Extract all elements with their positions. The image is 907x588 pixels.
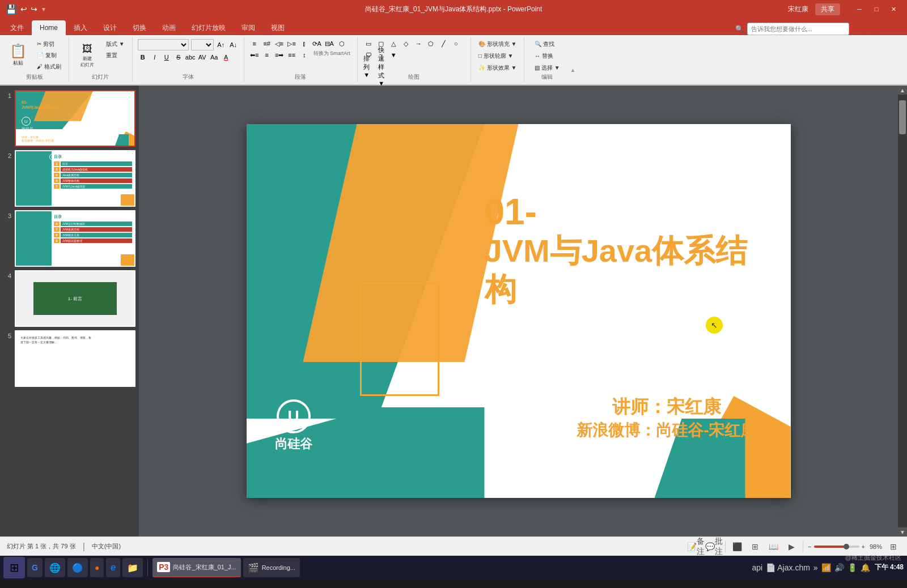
align-right-btn[interactable]: ≡➡ (274, 50, 285, 60)
text-direction-btn[interactable]: ⟳A (311, 39, 323, 49)
zoom-track[interactable] (814, 546, 859, 548)
slideshow-btn[interactable]: ▶ (785, 540, 798, 553)
replace-btn[interactable]: ↔ 替换 (532, 50, 556, 61)
diamond-shape[interactable]: ◇ (400, 39, 412, 49)
strikethrough-button[interactable]: S (173, 52, 184, 62)
shape-outline-btn[interactable]: □ 形状轮廓 ▼ (476, 50, 516, 61)
tray-expand[interactable]: » (813, 563, 818, 572)
scroll-thumb[interactable] (899, 100, 906, 134)
start-button[interactable]: ⊞ (3, 557, 25, 578)
cut-button[interactable]: ✂剪切 (34, 39, 64, 49)
increase-indent-btn[interactable]: ▷≡ (286, 39, 298, 49)
scroll-up-arrow[interactable]: ▲ (898, 86, 907, 95)
maximize-button[interactable]: □ (868, 3, 884, 15)
rect-shape[interactable]: ▭ (363, 39, 374, 49)
redo-icon[interactable]: ↪ (31, 5, 37, 14)
slide-thumb-2[interactable]: 2 U 目录 1 前言 2 虚拟机与Jav (3, 150, 135, 207)
expand-icon[interactable]: ▲ (570, 67, 575, 73)
volume-icon[interactable]: 🔊 (834, 563, 844, 572)
align-left-btn[interactable]: ⬅≡ (249, 50, 260, 60)
tab-review[interactable]: 审阅 (234, 20, 263, 35)
find-btn[interactable]: 🔍 查找 (532, 39, 557, 49)
new-slide-button[interactable]: 🖼 新建幻灯片 (74, 39, 101, 73)
taskbar-powerpoint[interactable]: P3 尚硅谷_宋红康_01_J... (152, 558, 240, 577)
paste-button[interactable]: 📋 粘贴 (5, 39, 32, 73)
font-size-up-btn[interactable]: A↑ (215, 40, 227, 50)
notes-btn[interactable]: 📝 备注 (689, 540, 702, 553)
select-btn[interactable]: ▧ 选择 ▼ (532, 62, 563, 73)
font-shadow-btn[interactable]: abc (185, 52, 196, 62)
circle-shape[interactable]: ○ (450, 39, 461, 49)
slide-sorter-btn[interactable]: ⊞ (748, 540, 762, 553)
share-button[interactable]: 共享 (815, 3, 840, 15)
tab-view[interactable]: 视图 (263, 20, 293, 35)
underline-button[interactable]: U (161, 52, 172, 62)
slide-thumb-4[interactable]: 4 1- 前言 (3, 270, 135, 327)
align-text-btn[interactable]: ⊟A (324, 39, 335, 49)
reset-button[interactable]: 重置 (103, 50, 128, 61)
change-case-btn[interactable]: Aa (209, 52, 220, 62)
align-center-btn[interactable]: ≡ (261, 50, 273, 60)
columns-btn[interactable]: ⫿ (299, 39, 310, 49)
taskbar-app4[interactable]: ● (90, 558, 104, 577)
shape-fill-btn[interactable]: 🎨 形状填充 ▼ (476, 39, 520, 49)
tab-home[interactable]: Home (32, 20, 66, 35)
taskbar-folder[interactable]: 📁 (122, 558, 143, 577)
tab-insert[interactable]: 插入 (66, 20, 95, 35)
font-size-select[interactable] (191, 39, 214, 50)
normal-view-btn[interactable]: ⬛ (730, 540, 744, 553)
taskbar-browser2[interactable]: 🌐 (45, 558, 65, 577)
search-input[interactable] (747, 23, 849, 35)
pentagon-shape[interactable]: ⬠ (425, 39, 436, 49)
taskbar-recording[interactable]: 🎬 Recording... (243, 558, 300, 577)
shapes-more[interactable]: ▼ (388, 50, 399, 60)
notification-icon[interactable]: 🔔 (861, 563, 870, 572)
justify-btn[interactable]: ≡≡ (286, 50, 298, 60)
undo-icon[interactable]: ↩ (20, 5, 27, 14)
scroll-down-arrow[interactable]: ▼ (898, 527, 907, 536)
slide-thumb-1[interactable]: 1 01-JVM与Java体系结构 U 尚硅谷 讲师：宋红康新浪微博：尚硅谷-宋… (3, 90, 135, 147)
shape-effect-btn[interactable]: ✨ 形状效果 ▼ (476, 62, 520, 73)
arrange-btn[interactable]: 排列 ▼ (363, 61, 374, 71)
font-family-select[interactable] (138, 39, 189, 50)
minimize-button[interactable]: ─ (851, 3, 867, 15)
bold-button[interactable]: B (137, 52, 149, 62)
tab-transition[interactable]: 切换 (125, 20, 154, 35)
tab-animation[interactable]: 动画 (154, 20, 184, 35)
zoom-in-btn[interactable]: + (862, 543, 865, 550)
italic-button[interactable]: I (149, 52, 160, 62)
smartart-btn[interactable]: ⬡ (336, 39, 347, 49)
slide-thumb-3[interactable]: 3 目录 6 JVM运行时数据区 7 JVM发展历程 (3, 210, 135, 267)
reading-view-btn[interactable]: 📖 (766, 540, 780, 553)
copy-button[interactable]: 📄复制 (34, 50, 64, 61)
scroll-track[interactable] (898, 95, 907, 527)
format-painter-button[interactable]: 🖌格式刷 (34, 61, 64, 72)
taskbar-google[interactable]: G (27, 558, 43, 577)
decrease-indent-btn[interactable]: ◁≡ (274, 39, 285, 49)
arrow-shape[interactable]: → (413, 39, 424, 49)
taskbar-app3[interactable]: 🔵 (67, 558, 88, 577)
font-color-btn[interactable]: A (221, 52, 232, 62)
slide-thumb-5[interactable]: 5 大家会对很多工具感兴趣，例如：代码、图书、博客，角 度下面一定有一定大量理解… (3, 330, 135, 387)
numbering-btn[interactable]: ≡# (261, 39, 273, 49)
line-shape[interactable]: ╱ (438, 39, 449, 49)
close-button[interactable]: ✕ (885, 3, 901, 15)
comments-btn[interactable]: 💬 批注 (707, 540, 720, 553)
fit-slide-btn[interactable]: ⊞ (887, 540, 900, 553)
font-size-dn-btn[interactable]: A↓ (228, 40, 239, 50)
tri-shape[interactable]: △ (388, 39, 399, 49)
tab-slideshow[interactable]: 幻灯片放映 (184, 20, 234, 35)
zoom-out-btn[interactable]: − (808, 543, 811, 550)
layout-button[interactable]: 版式 ▼ (103, 39, 128, 49)
zoom-percent[interactable]: 98% (870, 543, 882, 550)
tab-design[interactable]: 设计 (95, 20, 125, 35)
zoom-slider[interactable]: − + (808, 543, 865, 550)
taskbar-ie[interactable]: e (106, 558, 120, 577)
line-spacing-btn[interactable]: ↕ (299, 50, 310, 60)
tab-file[interactable]: 文件 (2, 20, 32, 35)
bullets-btn[interactable]: ≡ (249, 39, 260, 49)
char-spacing-btn[interactable]: AV (197, 52, 208, 62)
quick-styles-btn[interactable]: 快速样式 ▼ (378, 61, 389, 71)
ribbon-share-btn[interactable]: 共享 (887, 25, 900, 35)
zoom-thumb[interactable] (844, 544, 849, 549)
